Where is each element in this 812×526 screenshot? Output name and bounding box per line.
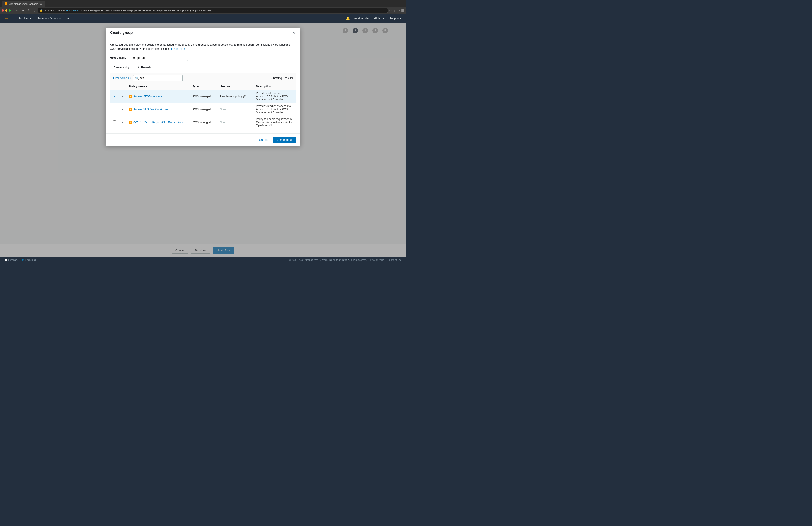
expand-row-btn[interactable]: ▶ xyxy=(122,121,124,124)
col-header-expand xyxy=(119,83,127,90)
row-checkbox-cell[interactable] xyxy=(110,116,119,129)
row-expand-cell[interactable]: ▶ xyxy=(119,116,127,129)
modal-close-btn[interactable]: × xyxy=(292,31,296,35)
policy-name-cell: ⊞ AmazonSESReadOnlyAccess xyxy=(127,103,190,116)
reload-btn[interactable]: ↻ xyxy=(27,9,31,13)
user-chevron-icon: ▾ xyxy=(367,17,368,20)
filter-row: Filter policies ▾ 🔍 Showing 3 results xyxy=(110,73,296,83)
row-expand-cell[interactable]: ▶ xyxy=(119,103,127,116)
create-group-modal: Create group × Create a group and select… xyxy=(105,28,301,146)
policy-search-wrap: 🔍 xyxy=(133,75,183,81)
region-chevron-icon: ▾ xyxy=(383,17,384,20)
group-name-input[interactable] xyxy=(129,55,188,61)
filter-chevron-icon: ▾ xyxy=(130,76,131,80)
row-checkbox[interactable] xyxy=(113,107,116,110)
cancel-btn[interactable]: Cancel xyxy=(256,137,271,143)
resource-groups-chevron-icon: ▾ xyxy=(59,17,61,20)
policy-toolbar: Create policy ↻ Refresh xyxy=(110,64,296,70)
group-name-label: Group name xyxy=(110,56,126,59)
modal-footer: Cancel Create group xyxy=(105,133,301,146)
row-checkbox[interactable] xyxy=(113,120,116,123)
search-icon: 🔍 xyxy=(135,76,139,80)
tab-close-btn[interactable]: ✕ xyxy=(40,2,43,5)
row-checkbox-cell[interactable]: ✓ xyxy=(110,90,119,103)
refresh-icon: ↻ xyxy=(138,66,140,69)
col-header-type: Type xyxy=(190,83,217,90)
language-selector[interactable]: 🌐 English (US) xyxy=(22,259,38,261)
col-header-description: Description xyxy=(253,83,296,90)
policy-search-input[interactable] xyxy=(140,76,180,80)
browser-settings-btn[interactable]: ☰ xyxy=(401,9,404,12)
row-expand-cell[interactable]: ▶ xyxy=(119,90,127,103)
modal-title: Create group xyxy=(110,31,133,35)
aws-logo: aws xyxy=(4,16,12,22)
services-chevron-icon: ▾ xyxy=(30,17,31,20)
extensions-btn[interactable]: » xyxy=(398,9,400,12)
globe-icon: 🌐 xyxy=(22,259,25,261)
close-window-btn[interactable] xyxy=(2,9,4,12)
bookmarks-nav-icon[interactable]: ★ xyxy=(66,16,71,21)
policy-desc-cell: Policy to enable registration of On-Prem… xyxy=(253,116,296,129)
col-header-policy-name: Policy name ▾ xyxy=(127,83,190,90)
region-nav-item[interactable]: Global ▾ xyxy=(373,16,386,21)
learn-more-link[interactable]: Learn more xyxy=(171,47,185,50)
tab-title: IAM Management Console xyxy=(9,2,38,5)
modal-description: Create a group and select the policies t… xyxy=(110,43,296,51)
bookmark-btn[interactable]: ☆ xyxy=(394,9,397,12)
feedback-btn[interactable]: 💬 Feedback xyxy=(4,259,18,261)
group-name-row: Group name xyxy=(110,55,296,61)
privacy-policy-link[interactable]: Privacy Policy xyxy=(371,259,385,261)
col-header-checkbox xyxy=(110,83,119,90)
create-policy-btn[interactable]: Create policy xyxy=(110,64,133,70)
user-nav-item[interactable]: sendportal ▾ xyxy=(352,16,370,21)
browser-menu-btn[interactable]: ⋯ xyxy=(389,9,392,12)
table-row: ▶ ⊞ AWSOpsWorksRegisterCLI_OnPremises AW… xyxy=(110,116,296,129)
page-footer: 💬 Feedback 🌐 English (US) © 2008 - 2020,… xyxy=(0,257,406,263)
back-btn[interactable]: ← xyxy=(14,9,19,13)
maximize-window-btn[interactable] xyxy=(9,9,11,12)
address-bar[interactable]: 🔒 https://console.aws.amazon.com/iam/hom… xyxy=(38,8,388,13)
forward-btn[interactable]: → xyxy=(20,9,25,13)
policy-icon: ⊞ xyxy=(129,95,132,98)
table-row: ▶ ⊞ AmazonSESReadOnlyAccess AWS managed … xyxy=(110,103,296,116)
tab-favicon xyxy=(4,2,7,5)
browser-tab[interactable]: IAM Management Console ✕ xyxy=(2,1,45,7)
copyright-text: © 2008 - 2020, Amazon Web Services, Inc.… xyxy=(289,259,367,261)
policy-type-cell: AWS managed xyxy=(190,116,217,129)
expand-row-btn[interactable]: ▶ xyxy=(122,95,124,98)
policy-type-cell: AWS managed xyxy=(190,90,217,103)
col-header-used-as: Used as xyxy=(217,83,253,90)
create-group-btn[interactable]: Create group xyxy=(273,137,296,143)
table-row: ✓ ▶ ⊞ AmazonSESFullAccess AWS managed xyxy=(110,90,296,103)
policy-icon: ⊞ xyxy=(129,121,132,124)
policy-name-link[interactable]: AmazonSESFullAccess xyxy=(133,95,162,98)
services-nav-item[interactable]: Services ▾ xyxy=(17,16,32,21)
modal-body: Create a group and select the policies t… xyxy=(105,38,301,133)
resource-groups-nav-item[interactable]: Resource Groups ▾ xyxy=(36,16,62,21)
notifications-bell-icon[interactable]: 🔔 xyxy=(346,17,350,20)
refresh-btn[interactable]: ↻ Refresh xyxy=(134,64,154,70)
policy-type-cell: AWS managed xyxy=(190,103,217,116)
policy-name-cell: ⊞ AWSOpsWorksRegisterCLI_OnPremises xyxy=(127,116,190,129)
policy-table: Policy name ▾ Type Used as Description xyxy=(110,83,296,129)
policy-used-cell: None xyxy=(217,116,253,129)
checkmark-icon: ✓ xyxy=(113,95,116,98)
modal-overlay: Create group × Create a group and select… xyxy=(0,23,406,257)
home-btn[interactable]: ⌂ xyxy=(33,9,36,13)
policy-name-cell: ⊞ AmazonSESFullAccess xyxy=(127,90,190,103)
policy-icon: ⊞ xyxy=(129,108,132,111)
terms-link[interactable]: Terms of Use xyxy=(388,259,402,261)
policy-name-link[interactable]: AmazonSESReadOnlyAccess xyxy=(133,108,170,111)
support-chevron-icon: ▾ xyxy=(400,17,401,20)
row-checkbox-cell[interactable] xyxy=(110,103,119,116)
address-url: https://console.aws.amazon.com/iam/home?… xyxy=(44,9,211,12)
svg-text:aws: aws xyxy=(4,16,9,19)
new-tab-btn[interactable]: + xyxy=(45,3,51,7)
filter-policies-btn[interactable]: Filter policies ▾ xyxy=(113,76,131,80)
expand-row-btn[interactable]: ▶ xyxy=(122,108,124,111)
policy-name-link[interactable]: AWSOpsWorksRegisterCLI_OnPremises xyxy=(133,121,183,124)
policy-used-cell: None xyxy=(217,103,253,116)
support-nav-item[interactable]: Support ▾ xyxy=(388,16,402,21)
minimize-window-btn[interactable] xyxy=(5,9,8,12)
modal-header: Create group × xyxy=(105,28,301,38)
